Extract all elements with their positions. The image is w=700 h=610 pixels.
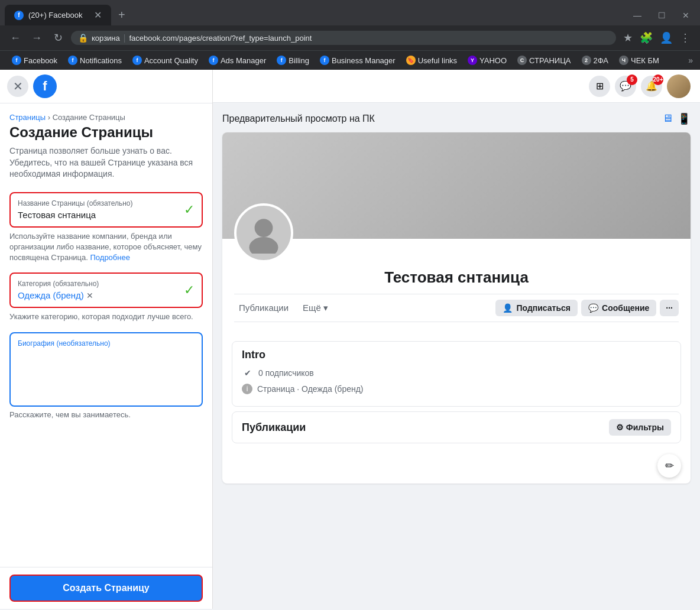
tab-close-button[interactable]: ✕ bbox=[94, 9, 102, 21]
profile-pic bbox=[234, 203, 293, 262]
message-label: Сообщение bbox=[602, 303, 649, 313]
subscribers-count: 0 подписчиков bbox=[258, 368, 314, 378]
back-button[interactable]: ← bbox=[7, 30, 24, 46]
tab-favicon: f bbox=[14, 11, 24, 20]
category-hint: Укажите категорию, которая подходит лучш… bbox=[9, 312, 203, 322]
bookmark-favicon-stranitsa: С bbox=[517, 56, 527, 65]
bookmark-2fa[interactable]: 2 2ФА bbox=[577, 53, 614, 67]
bookmarks-more-button[interactable]: » bbox=[688, 56, 693, 65]
tab-more[interactable]: Ещё ▾ bbox=[298, 299, 333, 317]
category-label: Категория (обязательно) bbox=[18, 280, 179, 288]
breadcrumb-current: Создание Страницы bbox=[53, 113, 125, 122]
profile-avatar[interactable] bbox=[667, 74, 691, 98]
address-bar[interactable]: 🔒 корзина | facebook.com/pages/creation/… bbox=[71, 31, 616, 45]
fb-logo[interactable]: f bbox=[33, 74, 57, 98]
mobile-view-icon[interactable]: 📱 bbox=[678, 112, 691, 125]
bookmark-label-billing: Billing bbox=[289, 56, 309, 65]
subscribe-icon: 👤 bbox=[503, 303, 513, 313]
close-window-button[interactable]: ✕ bbox=[676, 8, 695, 22]
preview-section: Предварительный просмотр на ПК 🖥 📱 bbox=[213, 103, 700, 493]
intro-category: i Страница · Одежда (бренд) bbox=[242, 384, 671, 394]
bookmark-favicon-account-quality: f bbox=[132, 56, 142, 65]
page-tabs: Публикации Ещё ▾ bbox=[234, 299, 333, 317]
bio-field-box: Биография (необязательно) bbox=[9, 332, 203, 407]
desktop-view-icon[interactable]: 🖥 bbox=[662, 112, 673, 125]
bookmark-stranitsa[interactable]: С СТРАНИЦА bbox=[513, 53, 575, 67]
bookmark-favicon-links: 🔖 bbox=[406, 56, 416, 65]
page-actions-bar: Публикации Ещё ▾ 👤 Подписаться 💬 Сообщен… bbox=[234, 294, 679, 322]
page-name-input[interactable] bbox=[18, 210, 130, 220]
grid-menu-button[interactable]: ⊞ bbox=[589, 76, 610, 97]
bookmark-ads-manager[interactable]: f Ads Manager bbox=[204, 53, 271, 67]
bookmark-label-ads: Ads Manager bbox=[221, 56, 266, 65]
bookmark-label-2fa: 2ФА bbox=[594, 56, 609, 65]
info-icon: i bbox=[242, 384, 252, 394]
notifications-button[interactable]: 🔔 20+ bbox=[641, 76, 662, 97]
bookmark-label-account-quality: Account Quality bbox=[144, 56, 198, 65]
refresh-button[interactable]: ↻ bbox=[50, 30, 66, 46]
bookmark-chek[interactable]: Ч ЧЕК БМ bbox=[614, 53, 664, 67]
new-tab-button[interactable]: + bbox=[114, 6, 130, 24]
page-name-hint-link[interactable]: Подробнее bbox=[90, 253, 130, 262]
browser-tab-active[interactable]: f (20+) Facebook ✕ bbox=[5, 5, 111, 25]
bookmark-label-facebook: Facebook bbox=[24, 56, 57, 65]
bookmark-label-links: Useful links bbox=[418, 56, 457, 65]
bookmark-account-quality[interactable]: f Account Quality bbox=[128, 53, 203, 67]
bio-input[interactable] bbox=[18, 350, 195, 397]
page-name-field-box: Название Страницы (обязательно) ✓ bbox=[9, 192, 203, 228]
messenger-badge: 5 bbox=[627, 74, 637, 85]
bookmark-label-notifications: Notifications bbox=[80, 56, 122, 65]
menu-button[interactable]: ⋮ bbox=[678, 29, 693, 47]
forward-button[interactable]: → bbox=[28, 30, 45, 46]
minimize-button[interactable]: — bbox=[627, 8, 647, 22]
category-info: Страница · Одежда (бренд) bbox=[257, 384, 364, 394]
create-button-wrapper: Создать Страницу bbox=[0, 567, 212, 609]
messenger-button[interactable]: 💬 5 bbox=[615, 76, 636, 97]
bookmark-favicon-yahoo: Y bbox=[468, 56, 477, 65]
bookmark-business-manager[interactable]: f Business Manager bbox=[315, 53, 400, 67]
bookmark-favicon-facebook: f bbox=[12, 56, 21, 65]
preview-view-toggles: 🖥 📱 bbox=[662, 112, 691, 125]
breadcrumb: Страницы › Создание Страницы bbox=[9, 113, 203, 122]
maximize-button[interactable]: ☐ bbox=[652, 8, 672, 22]
bio-label: Биография (необязательно) bbox=[18, 339, 195, 348]
bookmark-facebook[interactable]: f Facebook bbox=[7, 53, 62, 67]
breadcrumb-pages[interactable]: Страницы bbox=[9, 113, 46, 122]
fb-header-right: ⊞ 💬 5 🔔 20+ bbox=[589, 74, 691, 98]
filters-button[interactable]: ⚙ Фильтры bbox=[609, 419, 671, 436]
edit-area: ✏ bbox=[222, 448, 691, 484]
more-actions-button[interactable]: ··· bbox=[660, 300, 679, 316]
cover-photo bbox=[222, 132, 691, 239]
page-name-hint: Используйте название компании, бренда ил… bbox=[9, 231, 203, 264]
left-content: Страницы › Создание Страницы Создание Ст… bbox=[0, 103, 212, 567]
more-dots-icon: ··· bbox=[666, 303, 673, 313]
posts-section: Публикации ⚙ Фильтры bbox=[232, 411, 681, 443]
star-button[interactable]: ★ bbox=[621, 29, 635, 47]
subscribe-button[interactable]: 👤 Подписаться bbox=[495, 300, 578, 316]
extensions-button[interactable]: 🧩 bbox=[637, 29, 655, 47]
category-remove-button[interactable]: ✕ bbox=[86, 291, 93, 300]
page-creation-title: Создание Страницы bbox=[9, 124, 203, 141]
close-button[interactable]: ✕ bbox=[7, 76, 28, 97]
bookmark-notifications[interactable]: f Notifications bbox=[63, 53, 127, 67]
bookmarks-bar: f Facebook f Notifications f Account Qua… bbox=[0, 50, 700, 70]
profile-placeholder-icon bbox=[243, 212, 284, 254]
intro-subscribers: ✔ 0 подписчиков bbox=[242, 367, 671, 379]
bookmark-favicon-notifications: f bbox=[68, 56, 77, 65]
category-tag: Одежда (бренд) ✕ bbox=[18, 290, 93, 300]
fb-body: ✕ f Страницы › Создание Страницы Создани… bbox=[0, 70, 700, 609]
address-prefix: корзина bbox=[92, 34, 120, 43]
filters-label: Фильтры bbox=[626, 423, 664, 432]
profile-button[interactable]: 👤 bbox=[657, 29, 675, 47]
tab-publications[interactable]: Публикации bbox=[234, 299, 293, 317]
preview-page-name: Тестовая снтаница bbox=[234, 268, 679, 287]
filters-icon: ⚙ bbox=[616, 423, 624, 432]
bookmark-useful-links[interactable]: 🔖 Useful links bbox=[401, 53, 462, 67]
intro-title: Intro bbox=[242, 349, 671, 361]
left-topbar: ✕ f bbox=[0, 70, 212, 103]
message-button[interactable]: 💬 Сообщение bbox=[581, 300, 656, 316]
bookmark-yahoo[interactable]: Y YAHOO bbox=[463, 53, 511, 67]
create-page-button[interactable]: Создать Страницу bbox=[9, 575, 203, 602]
bookmark-billing[interactable]: f Billing bbox=[272, 53, 314, 67]
edit-button[interactable]: ✏ bbox=[657, 454, 681, 478]
